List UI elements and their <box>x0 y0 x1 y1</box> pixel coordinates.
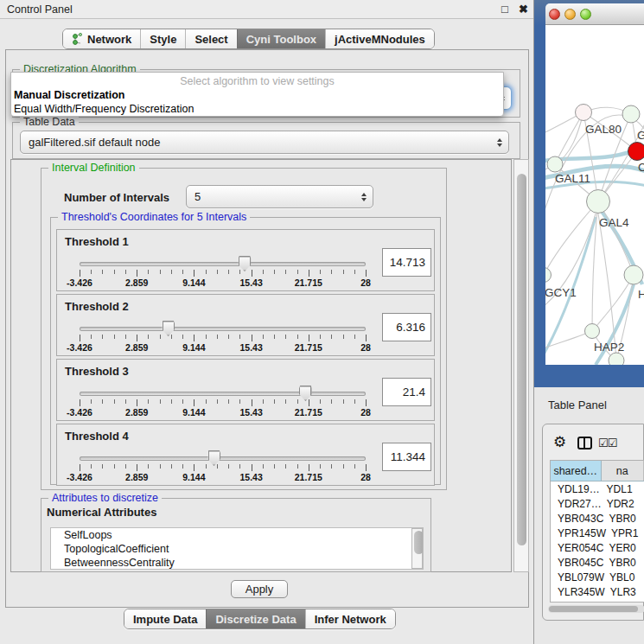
column-header-name[interactable]: na <box>602 461 644 481</box>
algorithm-dropdown-popup: Select algorithm to view settings Manual… <box>10 72 504 117</box>
number-of-intervals-label: Number of Intervals <box>64 191 169 204</box>
network-node[interactable] <box>587 190 610 214</box>
panel-scrollbar[interactable] <box>513 159 529 572</box>
node-label: HAP2 <box>594 341 624 354</box>
node-label: GAL11 <box>555 172 590 185</box>
table-data-group: Table Data galFiltered.sif default node <box>12 122 520 159</box>
column-header-shared-name[interactable]: shared… <box>551 461 602 481</box>
numerical-attributes-list: SelfLoops TopologicalCoefficient Between… <box>50 527 424 570</box>
node-label: GCY1 <box>545 286 577 299</box>
table-row[interactable]: YLR345WYLR3 <box>551 584 644 599</box>
table-row[interactable]: YBR043CYBR0 <box>551 511 644 526</box>
threshold-value-field[interactable]: 11.344 <box>382 443 431 471</box>
panel-scrollbar-thumb[interactable] <box>517 174 526 545</box>
threshold-slider-track[interactable] <box>80 262 366 266</box>
table-panel-card: ⚙ ☑☑ shared… na YDL19…YDL1 YDR27…YDR2 YB… <box>542 424 644 621</box>
apply-button[interactable]: Apply <box>231 580 288 598</box>
gear-icon[interactable]: ⚙ <box>553 435 566 450</box>
network-node[interactable] <box>576 105 592 121</box>
network-graph <box>545 25 644 365</box>
table-row[interactable]: YDR27…YDR2 <box>551 496 644 511</box>
mac-minimize-button[interactable] <box>564 9 576 20</box>
table-row[interactable]: YER054CYER0 <box>551 540 644 555</box>
network-node[interactable] <box>545 268 552 283</box>
network-canvas[interactable]: GAL80 GAL11 GAL4 GCY1 HAP2 G C H <box>545 25 644 365</box>
mac-zoom-button[interactable] <box>580 9 591 20</box>
control-panel-titlebar: Control Panel □ ✖ <box>0 0 533 19</box>
settings-scroll-panel: Interval Definition Number of Intervals … <box>10 159 512 572</box>
threshold-label: Threshold 1 <box>65 235 129 248</box>
tab-infer-network[interactable]: Infer Network <box>305 609 395 628</box>
table-data-combobox[interactable]: galFiltered.sif default node <box>20 131 509 154</box>
threshold-1-box: Threshold 1 -3.426 2.859 9.144 15.43 21.… <box>56 229 435 291</box>
table-panel: Table Panel ⚙ ☑☑ shared… na YDL19…YDL1 Y… <box>534 387 644 644</box>
slider-tick-labels: -3.426 2.859 9.144 15.43 21.715 28 <box>80 342 366 353</box>
tab-network[interactable]: Network <box>63 29 140 48</box>
list-item[interactable]: SelfLoops <box>51 528 423 542</box>
table-horizontal-scrollbar[interactable] <box>548 605 644 613</box>
control-panel: Control Panel □ ✖ Network Style Select C… <box>0 0 534 644</box>
list-scrollbar-thumb[interactable] <box>414 531 424 554</box>
select-columns-checkboxes-icon[interactable]: ☑☑ <box>598 437 616 450</box>
combo-value: galFiltered.sif default node <box>29 136 160 149</box>
slider-major-ticks <box>80 335 367 341</box>
table-row[interactable]: YBR045CYBR0 <box>551 555 644 570</box>
table-panel-title: Table Panel <box>548 399 607 411</box>
table-row[interactable]: YIL052CYIL0 <box>551 599 644 603</box>
mac-close-button[interactable] <box>549 9 560 20</box>
attributes-group: Attributes to discretize Numerical Attri… <box>41 498 431 572</box>
table-row[interactable]: YDL19…YDL1 <box>551 481 644 496</box>
network-node[interactable] <box>585 324 600 339</box>
threshold-label: Threshold 3 <box>65 365 129 378</box>
table-scrollbar-thumb[interactable] <box>549 606 638 612</box>
list-item[interactable]: TopologicalCoefficient <box>51 542 423 556</box>
table-row[interactable]: YPR145WYPR1 <box>551 526 644 540</box>
numerical-attributes-label: Numerical Attributes <box>47 506 156 519</box>
tab-discretize-data[interactable]: Discretize Data <box>206 609 304 628</box>
tab-style[interactable]: Style <box>140 29 185 48</box>
combo-stepper-icon <box>497 138 502 147</box>
threshold-3-box: Threshold 3 -3.426 2.859 9.144 15.43 21.… <box>56 359 435 421</box>
node-label: GAL80 <box>585 123 622 136</box>
threshold-slider-track[interactable] <box>80 327 366 331</box>
slider-major-ticks <box>80 399 367 406</box>
close-panel-icon[interactable]: ✖ <box>519 3 528 16</box>
float-window-icon[interactable]: □ <box>501 3 508 16</box>
popup-option-manual-discretization[interactable]: Manual Discretization <box>14 89 125 101</box>
popup-option-equal-width[interactable]: Equal Width/Frequency Discretization <box>14 103 194 115</box>
thresholds-group: Threshold's Coordinates for 5 Intervals … <box>50 217 441 485</box>
slider-tick-labels: -3.426 2.859 9.144 15.43 21.715 28 <box>80 277 366 288</box>
tab-select[interactable]: Select <box>185 29 236 48</box>
slider-tick-labels: -3.426 2.859 9.144 15.43 21.715 28 <box>80 472 366 482</box>
threshold-label: Threshold 2 <box>65 300 129 313</box>
threshold-slider-track[interactable] <box>80 392 366 396</box>
tab-cyni-toolbox[interactable]: Cyni Toolbox <box>237 29 325 48</box>
network-window-titlebar <box>545 3 644 25</box>
list-scrollbar[interactable] <box>411 528 423 569</box>
tab-jactivemnodules[interactable]: jActiveMNodules <box>325 29 434 48</box>
network-node[interactable] <box>609 353 624 365</box>
network-node[interactable] <box>547 156 563 172</box>
combo-stepper-icon <box>361 193 367 201</box>
network-node[interactable] <box>624 265 643 284</box>
network-icon <box>72 33 83 45</box>
group-title: Interval Definition <box>48 162 139 174</box>
tab-label: Network <box>87 33 131 46</box>
popup-placeholder: Select algorithm to view settings <box>11 75 503 87</box>
network-node[interactable] <box>622 105 640 123</box>
network-node-selected[interactable] <box>628 143 644 161</box>
combo-value: 5 <box>194 190 201 203</box>
tab-impute-data[interactable]: Impute Data <box>124 609 206 628</box>
threshold-slider-track[interactable] <box>80 456 366 461</box>
top-tab-bar: Network Style Select Cyni Toolbox jActiv… <box>62 29 435 49</box>
number-of-intervals-combobox[interactable]: 5 <box>186 185 373 208</box>
threshold-value-field[interactable]: 6.316 <box>382 313 431 341</box>
threshold-value-field[interactable]: 14.713 <box>382 248 431 277</box>
list-item[interactable]: BetweennessCentrality <box>51 556 423 570</box>
panel-title: Control Panel <box>7 3 73 16</box>
group-title: Threshold's Coordinates for 5 Intervals <box>58 211 250 223</box>
threshold-value-field[interactable]: 21.4 <box>382 378 431 406</box>
group-title: Attributes to discretize <box>48 492 162 504</box>
columns-icon[interactable] <box>577 437 592 450</box>
table-row[interactable]: YBL079WYBL0 <box>551 570 644 584</box>
